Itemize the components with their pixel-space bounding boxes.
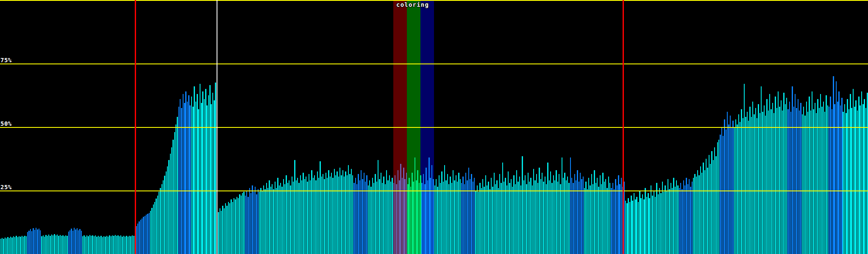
bar bbox=[160, 188, 161, 254]
bar bbox=[293, 182, 294, 254]
bar bbox=[238, 198, 239, 254]
bar bbox=[129, 236, 130, 254]
bar bbox=[53, 235, 53, 254]
bar bbox=[221, 211, 222, 254]
bar bbox=[250, 193, 251, 254]
gridline-50pct bbox=[0, 127, 868, 128]
bar bbox=[715, 156, 716, 254]
bar bbox=[680, 183, 681, 254]
bar bbox=[602, 173, 603, 254]
bar bbox=[826, 95, 826, 254]
gridline-75pct bbox=[0, 64, 868, 64]
bar bbox=[648, 193, 648, 254]
bar bbox=[654, 190, 654, 254]
bar bbox=[286, 175, 287, 254]
bar bbox=[407, 184, 408, 254]
bar bbox=[400, 164, 401, 254]
bar bbox=[440, 183, 441, 254]
bar bbox=[111, 236, 111, 254]
bar bbox=[229, 203, 230, 254]
bar bbox=[467, 180, 467, 254]
bar bbox=[2, 238, 3, 254]
bar bbox=[703, 163, 704, 254]
bar bbox=[783, 93, 784, 254]
bar bbox=[403, 168, 404, 254]
bar bbox=[337, 171, 337, 254]
bar bbox=[854, 107, 855, 254]
bar bbox=[415, 157, 415, 254]
bar bbox=[628, 198, 629, 254]
bar bbox=[10, 237, 11, 254]
bar bbox=[393, 183, 394, 254]
bar bbox=[243, 192, 244, 254]
bar bbox=[532, 185, 533, 254]
bar bbox=[631, 196, 632, 254]
bar bbox=[782, 110, 783, 254]
bar bbox=[195, 102, 196, 254]
bar bbox=[3, 239, 4, 254]
bar bbox=[549, 180, 550, 254]
bar bbox=[395, 175, 395, 254]
bar bbox=[829, 107, 829, 254]
bar bbox=[24, 236, 25, 254]
bar bbox=[276, 188, 277, 254]
bar bbox=[444, 165, 445, 254]
bar bbox=[816, 113, 817, 254]
bar bbox=[122, 237, 122, 254]
bar bbox=[662, 182, 663, 254]
bar bbox=[728, 124, 729, 254]
bar bbox=[443, 182, 444, 254]
bar bbox=[679, 188, 680, 254]
bar bbox=[584, 188, 585, 254]
bar bbox=[258, 189, 259, 254]
marker-red-2 bbox=[623, 0, 624, 254]
bar bbox=[484, 187, 484, 254]
bar bbox=[598, 187, 599, 254]
bar bbox=[534, 180, 535, 254]
bar bbox=[861, 91, 862, 254]
bar bbox=[778, 91, 779, 254]
bar bbox=[600, 175, 601, 254]
bar bbox=[14, 237, 15, 254]
bar bbox=[290, 185, 291, 254]
bar bbox=[56, 235, 56, 254]
bar bbox=[821, 107, 822, 254]
bar bbox=[815, 103, 815, 254]
bar bbox=[167, 166, 168, 254]
bar bbox=[704, 170, 705, 254]
bar bbox=[212, 93, 213, 254]
marker-red-1 bbox=[135, 0, 136, 254]
bar bbox=[713, 160, 714, 254]
bar bbox=[88, 236, 89, 254]
bar bbox=[31, 231, 32, 254]
bar bbox=[23, 237, 24, 254]
bar bbox=[94, 236, 95, 254]
bar bbox=[100, 236, 101, 254]
bar bbox=[471, 174, 472, 254]
bar bbox=[112, 235, 113, 254]
bar bbox=[365, 182, 366, 254]
bar bbox=[109, 235, 110, 254]
bar bbox=[528, 173, 529, 254]
bar bbox=[13, 236, 14, 254]
bar bbox=[566, 180, 567, 254]
bar bbox=[252, 185, 253, 254]
bar bbox=[490, 189, 490, 254]
bar bbox=[236, 197, 237, 254]
bar bbox=[263, 185, 264, 254]
bar bbox=[738, 114, 739, 254]
bar bbox=[242, 193, 243, 254]
bar bbox=[51, 235, 52, 254]
bar bbox=[368, 185, 369, 254]
bar bbox=[465, 173, 466, 254]
bar bbox=[161, 184, 162, 254]
bar bbox=[151, 208, 152, 254]
bar bbox=[696, 177, 697, 254]
bar bbox=[439, 175, 440, 254]
bar bbox=[143, 217, 144, 254]
bar bbox=[95, 235, 96, 254]
bar bbox=[564, 173, 565, 254]
bar bbox=[57, 235, 58, 254]
bar bbox=[99, 237, 100, 254]
bar bbox=[659, 188, 660, 254]
